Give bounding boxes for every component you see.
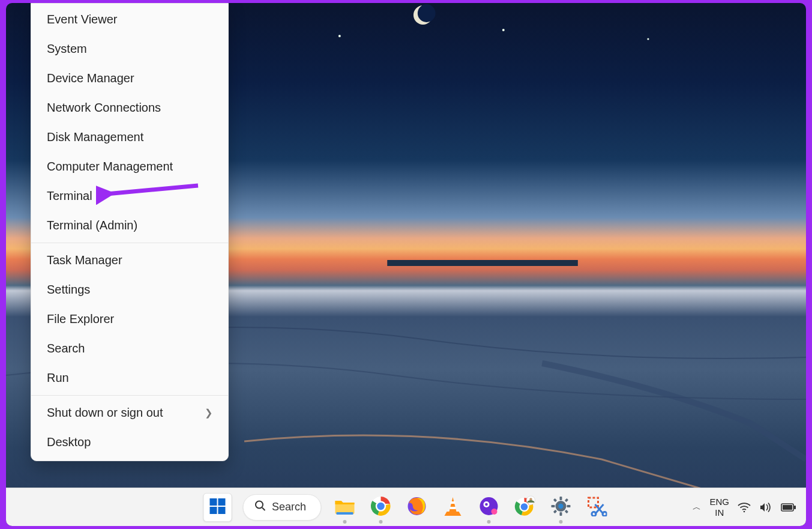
taskbar-app-chrome-profile[interactable] bbox=[512, 495, 537, 520]
svg-point-2 bbox=[338, 35, 341, 37]
taskbar-app-file-explorer[interactable] bbox=[332, 495, 357, 520]
gear-icon bbox=[550, 496, 571, 519]
svg-rect-31 bbox=[559, 512, 562, 516]
annotated-frame: Event Viewer System Device Manager Netwo… bbox=[0, 0, 812, 529]
svg-point-43 bbox=[603, 512, 607, 516]
snip-icon bbox=[586, 496, 607, 519]
chevron-up-icon: ︿ bbox=[693, 502, 701, 512]
menu-item-label: Desktop bbox=[47, 435, 91, 449]
menu-item-disk-management[interactable]: Disk Management bbox=[31, 122, 228, 152]
taskbar-center: Search bbox=[203, 493, 609, 522]
language-indicator[interactable]: ENG IN bbox=[709, 497, 729, 518]
taskbar-app-vlc[interactable] bbox=[440, 495, 465, 520]
taskbar-app-purple[interactable] bbox=[476, 495, 501, 520]
menu-item-label: System bbox=[47, 42, 87, 56]
svg-rect-13 bbox=[336, 512, 353, 515]
menu-item-settings[interactable]: Settings bbox=[31, 275, 228, 304]
svg-line-12 bbox=[262, 508, 265, 511]
menu-item-system[interactable]: System bbox=[31, 34, 228, 64]
running-indicator bbox=[487, 520, 490, 524]
svg-point-22 bbox=[485, 503, 488, 506]
firefox-icon bbox=[406, 496, 427, 519]
svg-rect-35 bbox=[564, 509, 568, 513]
menu-item-label: Event Viewer bbox=[47, 13, 117, 26]
menu-item-shut-down-or-sign-out[interactable]: Shut down or sign out ❯ bbox=[31, 398, 228, 428]
svg-point-23 bbox=[491, 509, 497, 515]
menu-item-label: Network Connections bbox=[47, 101, 161, 115]
desktop-viewport: Event Viewer System Device Manager Netwo… bbox=[6, 3, 806, 526]
menu-item-terminal[interactable]: Terminal bbox=[31, 181, 228, 211]
svg-point-11 bbox=[255, 501, 262, 509]
volume-button[interactable] bbox=[759, 502, 772, 513]
taskbar: Search bbox=[6, 488, 806, 526]
menu-item-terminal-admin[interactable]: Terminal (Admin) bbox=[31, 211, 228, 240]
chevron-right-icon: ❯ bbox=[205, 407, 212, 419]
running-indicator bbox=[379, 520, 382, 524]
menu-item-label: Disk Management bbox=[47, 130, 143, 144]
menu-item-label: Computer Management bbox=[47, 160, 173, 174]
svg-rect-46 bbox=[794, 506, 796, 509]
wifi-icon bbox=[738, 502, 751, 513]
svg-rect-9 bbox=[209, 507, 217, 514]
svg-rect-34 bbox=[553, 498, 556, 501]
menu-item-desktop[interactable]: Desktop bbox=[31, 428, 228, 457]
menu-separator bbox=[31, 243, 228, 243]
system-tray: ︿ ENG IN bbox=[693, 488, 796, 526]
language-line1: ENG bbox=[709, 497, 729, 507]
search-icon bbox=[254, 500, 266, 515]
menu-separator bbox=[31, 395, 228, 396]
windows-logo-icon bbox=[209, 498, 226, 517]
svg-rect-18 bbox=[450, 501, 455, 504]
svg-point-44 bbox=[744, 510, 745, 512]
svg-point-1 bbox=[418, 4, 436, 22]
svg-point-38 bbox=[558, 503, 563, 508]
menu-item-file-explorer[interactable]: File Explorer bbox=[31, 304, 228, 334]
menu-item-label: Settings bbox=[47, 283, 90, 297]
svg-point-4 bbox=[647, 38, 649, 40]
menu-item-label: Terminal (Admin) bbox=[47, 219, 137, 232]
taskbar-app-settings[interactable] bbox=[548, 495, 573, 520]
menu-item-label: Shut down or sign out bbox=[47, 406, 163, 420]
menu-item-label: Terminal bbox=[47, 189, 92, 203]
svg-rect-33 bbox=[567, 505, 570, 507]
menu-item-task-manager[interactable]: Task Manager bbox=[31, 246, 228, 275]
svg-rect-8 bbox=[218, 498, 225, 506]
menu-item-label: Task Manager bbox=[47, 253, 122, 267]
svg-rect-19 bbox=[450, 507, 456, 509]
language-line2: IN bbox=[709, 507, 729, 518]
menu-item-label: Search bbox=[47, 342, 85, 355]
svg-rect-47 bbox=[783, 505, 792, 510]
svg-rect-32 bbox=[551, 505, 555, 507]
start-button[interactable] bbox=[203, 493, 232, 522]
menu-item-search[interactable]: Search bbox=[31, 334, 228, 363]
battery-icon bbox=[781, 503, 796, 512]
battery-button[interactable] bbox=[781, 503, 796, 512]
tray-overflow-button[interactable]: ︿ bbox=[693, 502, 701, 513]
vlc-icon bbox=[443, 496, 462, 519]
search-label: Search bbox=[272, 501, 306, 513]
svg-point-3 bbox=[502, 29, 505, 31]
menu-item-run[interactable]: Run bbox=[31, 363, 228, 393]
menu-item-network-connections[interactable]: Network Connections bbox=[31, 93, 228, 122]
folder-icon bbox=[334, 497, 355, 518]
taskbar-search[interactable]: Search bbox=[242, 494, 321, 521]
wifi-button[interactable] bbox=[738, 502, 751, 513]
menu-item-label: Device Manager bbox=[47, 71, 134, 85]
menu-item-device-manager[interactable]: Device Manager bbox=[31, 64, 228, 93]
taskbar-app-snipping-tool[interactable] bbox=[584, 495, 609, 520]
menu-item-event-viewer[interactable]: Event Viewer bbox=[31, 5, 228, 34]
running-indicator bbox=[343, 520, 346, 524]
taskbar-app-chrome[interactable] bbox=[368, 495, 393, 520]
svg-point-42 bbox=[592, 512, 596, 516]
winx-context-menu: Event Viewer System Device Manager Netwo… bbox=[31, 3, 229, 461]
svg-rect-10 bbox=[218, 507, 225, 514]
svg-rect-37 bbox=[553, 509, 556, 513]
svg-rect-36 bbox=[564, 498, 568, 501]
taskbar-app-firefox[interactable] bbox=[404, 495, 429, 520]
running-indicator bbox=[559, 520, 562, 524]
chrome-profile-icon bbox=[514, 495, 535, 519]
menu-item-computer-management[interactable]: Computer Management bbox=[31, 152, 228, 181]
svg-rect-7 bbox=[209, 498, 217, 506]
menu-item-label: Run bbox=[47, 371, 69, 385]
menu-item-label: File Explorer bbox=[47, 312, 114, 326]
